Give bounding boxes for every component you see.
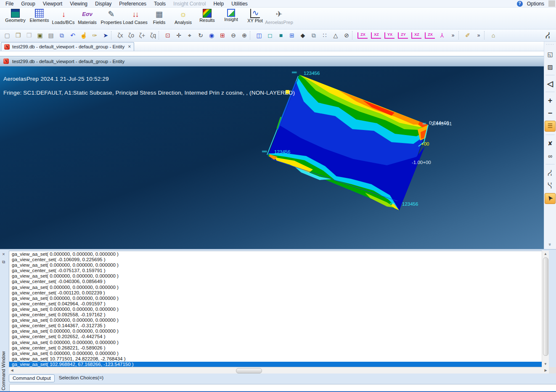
command-output-line[interactable]: ga_view_center_set( 0.268221, -0.589026 …	[12, 345, 548, 351]
sweep-tool-icon[interactable]: ✐	[462, 30, 473, 40]
command-output-list[interactable]: ga_view_aa_set( 0.000000, 0.000000, 0.00…	[9, 251, 549, 367]
window-control-box[interactable]	[548, 0, 555, 7]
view-left-icon[interactable]: XZ	[411, 32, 421, 39]
scroll-left-icon[interactable]: ◀	[9, 367, 15, 373]
menu-preferences[interactable]: Preferences	[115, 0, 150, 7]
menu-viewing[interactable]: Viewing	[66, 0, 91, 7]
center-view-icon[interactable]: ⌖	[184, 30, 195, 40]
view-back-icon[interactable]: XZ	[371, 32, 381, 39]
view-right-icon[interactable]: ZX	[425, 32, 435, 39]
mouse-rotate-icon[interactable]: ζo	[126, 30, 137, 40]
new-file-icon[interactable]: ▢	[2, 30, 13, 40]
paintbrush-icon[interactable]: ✑	[89, 30, 100, 40]
properties-button[interactable]: ✎ Properties	[99, 9, 123, 25]
analysis-button[interactable]: ☼ Analysis	[171, 9, 195, 25]
menu-utilities[interactable]: Utilities	[228, 0, 252, 7]
menu-group[interactable]: Group	[17, 0, 39, 7]
insight-button[interactable]: Insight	[219, 9, 243, 22]
view-target-icon[interactable]: ◉	[206, 30, 217, 40]
command-output-line[interactable]: ga_view_aa_set( 0.000000, 0.000000, 0.00…	[12, 296, 548, 301]
select-cursor-button[interactable]: ➤	[545, 193, 556, 204]
import-icon[interactable]: ❒	[24, 30, 34, 40]
unpost-icon[interactable]: ∷	[319, 30, 330, 40]
mouse-pan-icon[interactable]: ζ+	[137, 30, 148, 40]
viewport-canvas[interactable]: AeroelasPrep 2024.1 21-Jul-25 10:52:29 F…	[0, 66, 544, 251]
collapse-toolbar-button[interactable]: »	[545, 239, 555, 249]
pan-hand-icon[interactable]: ☝	[78, 30, 89, 40]
zoom-in-icon[interactable]: ⊕	[239, 30, 250, 40]
cycle-pick-icon[interactable]: ∞	[545, 151, 555, 161]
select-brush-icon[interactable]: ➤	[100, 30, 111, 40]
command-output-line[interactable]: ga_view_aa_set( 0.000000, 0.000000, 0.00…	[12, 307, 548, 312]
scroll-down-icon[interactable]: ▼	[542, 361, 549, 367]
model-tree-icon[interactable]: ⌥	[543, 30, 553, 41]
help-icon[interactable]: ?	[517, 1, 523, 7]
viewport-mask-icon[interactable]: ▨	[545, 62, 555, 72]
viewport-header[interactable]: ϟ test299.db - default_viewport - defaul…	[0, 56, 544, 66]
fringe-attributes-button[interactable]: ☰	[545, 121, 556, 132]
options-menu[interactable]: Options	[527, 1, 544, 7]
materials-button[interactable]: Eσν Materials	[75, 9, 99, 25]
erase-plot-icon[interactable]: ⊘	[341, 30, 352, 40]
xy-plot-button[interactable]: ∿ XY Plot	[243, 9, 267, 23]
horizontal-scrollbar[interactable]: ◀ ▶	[9, 367, 549, 373]
menu-viewport[interactable]: Viewport	[39, 0, 66, 7]
viewport-resize-icon[interactable]: ◱	[545, 49, 555, 59]
home-icon[interactable]: ⌂	[488, 30, 499, 40]
command-output-line[interactable]: ga_view_aa_set( 0.000000, 0.000000, 0.00…	[12, 318, 548, 323]
command-output-line[interactable]: ga_view_aa_set( 0.000000, 0.000000, 0.00…	[12, 252, 548, 257]
vertical-scroll-thumb[interactable]	[543, 257, 548, 356]
close-command-window-button[interactable]: ×	[1, 252, 6, 257]
results-button[interactable]: Results	[195, 9, 219, 23]
command-output-line[interactable]: ga_view_aa_set( 0.000000, 0.000000, 0.00…	[12, 351, 548, 356]
fields-button[interactable]: ▦ Fields	[147, 9, 171, 25]
menu-help[interactable]: Help	[209, 0, 228, 7]
view-front-icon[interactable]: ZX	[357, 32, 368, 39]
menu-file[interactable]: File	[2, 0, 17, 7]
print-icon[interactable]: ▤	[45, 30, 56, 40]
tab-close-icon[interactable]: ×	[127, 44, 131, 50]
wireframe-cube-icon[interactable]: ◫	[254, 30, 265, 40]
marker-triangle-icon[interactable]: △	[330, 30, 341, 40]
command-output-line[interactable]: ga_view_aa_set( 0.000000, 0.000000, 0.00…	[12, 285, 548, 290]
vertical-scrollbar[interactable]: ▲ ▼	[542, 251, 549, 367]
command-output-line[interactable]: ga_view_aa_set( 0.000000, 0.000000, 0.00…	[12, 328, 548, 334]
menu-display[interactable]: Display	[91, 0, 115, 7]
swap-viewport-icon[interactable]: ◆	[297, 30, 308, 40]
mouse-pick-icon[interactable]: ζx	[115, 30, 126, 40]
more-views-icon[interactable]: »	[447, 30, 458, 40]
command-output-line[interactable]: ga_view_center_set( 0.144367, -0.312735 …	[12, 323, 548, 328]
tab-command-output[interactable]: Command Output	[9, 374, 55, 382]
erase-tool-icon[interactable]: ✘	[545, 138, 555, 148]
command-output-line[interactable]: ga_view_center_set( -0.075137, 0.159791 …	[12, 268, 548, 273]
elements-button[interactable]: Elements	[27, 9, 51, 23]
zoom-in-button[interactable]: +	[545, 95, 555, 106]
zoom-out-icon[interactable]: ⊖	[228, 30, 239, 40]
view-top-icon[interactable]: YX	[384, 32, 394, 39]
command-output-line[interactable]: ga_view_center_set( 0.202652, -0.442754 …	[12, 334, 548, 339]
polygon-pick-icon[interactable]: ◁	[545, 79, 555, 89]
copy-viewport-icon[interactable]: ⧉	[308, 30, 319, 40]
horizontal-scroll-thumb[interactable]	[236, 368, 262, 373]
command-output-line[interactable]: ga_view_center_set( -0.040306, 0.085649 …	[12, 279, 548, 284]
scroll-right-icon[interactable]: ▶	[543, 367, 549, 373]
view-bottom-icon[interactable]: ZY	[398, 32, 408, 39]
command-output-line[interactable]: ga_view_aa_set( 10.771501, 24.822208, -2…	[12, 356, 548, 362]
load-cases-button[interactable]: ↓↓ Load Cases	[123, 9, 147, 25]
tab-selection-choices[interactable]: Selection Choices(=)	[56, 374, 107, 381]
command-output-line[interactable]: ga_view_center_set( 0.092558, -0.197162 …	[12, 312, 548, 318]
zoom-out-button[interactable]: −	[545, 108, 555, 118]
save-icon[interactable]: ▣	[34, 30, 45, 40]
rotate-view-icon[interactable]: ↻	[195, 30, 206, 40]
loads-bcs-button[interactable]: ↓ Loads/BCs	[51, 9, 75, 25]
grid-icon[interactable]: ⊞	[217, 30, 228, 40]
fit-view-icon[interactable]: ⊡	[162, 30, 173, 40]
scroll-up-icon[interactable]: ▲	[542, 251, 549, 257]
tab-test299[interactable]: ϟ test299.db - default_viewport - defaul…	[1, 42, 134, 51]
command-output-line[interactable]: ga_view_center_set( 0.042964, -0.091597 …	[12, 301, 548, 307]
aeroelasprep-button[interactable]: ✈ AeroelasPrep	[267, 9, 291, 25]
command-output-line[interactable]: ga_view_aa_set( 102.968842, 67.168266, -…	[9, 362, 548, 367]
command-output-line[interactable]: ga_view_center_set( -0.106099, 0.225695 …	[12, 257, 548, 262]
tile-viewports-icon[interactable]: ⊞	[286, 30, 297, 40]
view-iso-icon[interactable]: ⅄	[437, 30, 447, 40]
